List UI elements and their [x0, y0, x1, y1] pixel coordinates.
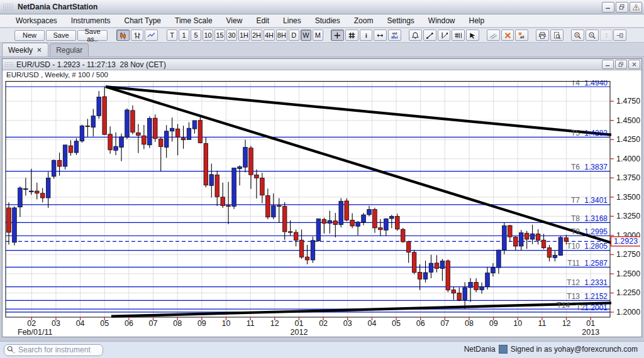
chart-window-title: EUR/USD - 1.2923 - 11:27:13 28 Nov (CET): [16, 60, 166, 69]
svg-text:T8: T8: [571, 214, 580, 223]
save-as--button[interactable]: Save as..: [77, 30, 108, 41]
channel-icon: [454, 31, 462, 40]
svg-text:04: 04: [367, 319, 376, 328]
chart-close-button[interactable]: [628, 60, 640, 69]
svg-text:1.4500: 1.4500: [616, 116, 640, 125]
svg-text:11: 11: [538, 319, 546, 328]
zoom-in-icon: [574, 31, 582, 40]
alert-button[interactable]: [630, 2, 642, 13]
svg-text:07: 07: [149, 319, 158, 328]
svg-text:Feb/01/11: Feb/01/11: [18, 328, 52, 337]
svg-text:T9: T9: [571, 227, 580, 236]
minimize-button[interactable]: [602, 2, 614, 13]
menu-studies[interactable]: Studies: [308, 15, 347, 26]
timeframe-1-button[interactable]: 1: [179, 30, 189, 41]
trendline-button[interactable]: [423, 30, 436, 41]
svg-text:10: 10: [513, 319, 522, 328]
timeframe-2h-button[interactable]: 2H: [251, 30, 262, 41]
svg-text:1.3837: 1.3837: [584, 163, 608, 171]
expand-horizontal-icon: [376, 31, 384, 40]
chart-restore-button[interactable]: [615, 60, 627, 69]
grid-button[interactable]: [345, 30, 358, 41]
svg-text:1.4750: 1.4750: [616, 97, 640, 106]
search-input[interactable]: [4, 344, 103, 356]
menu-chart-type[interactable]: Chart Type: [118, 15, 168, 26]
delete-all-button[interactable]: all: [515, 30, 528, 41]
candlestick-icon: [119, 31, 127, 40]
vertical-line-button[interactable]: [438, 30, 451, 41]
link-windows-button[interactable]: [613, 30, 626, 41]
svg-text:1.4000: 1.4000: [616, 155, 640, 163]
timeframe-15-button[interactable]: 15: [214, 30, 225, 41]
svg-text:05: 05: [100, 319, 109, 328]
svg-text:1.2250: 1.2250: [616, 288, 640, 297]
chart-minimize-button[interactable]: [602, 60, 614, 69]
tab-close-icon[interactable]: [36, 46, 42, 55]
svg-text:T5: T5: [571, 129, 580, 138]
menu-window[interactable]: Window: [421, 15, 462, 26]
svg-text:T14: T14: [557, 301, 570, 310]
tab-regular[interactable]: Regular: [50, 43, 89, 57]
svg-text:1.2331: 1.2331: [584, 278, 608, 287]
expand-horizontal-button[interactable]: [374, 30, 387, 41]
print-button[interactable]: [536, 30, 549, 41]
restore-button[interactable]: [616, 2, 628, 13]
parallel-lines-button[interactable]: [487, 30, 500, 41]
timeframe-w-button[interactable]: W: [301, 30, 311, 41]
line-chart-button[interactable]: [145, 30, 158, 41]
tab-label: Weekly: [8, 46, 33, 55]
timeframe-30-button[interactable]: 30: [226, 30, 237, 41]
delete-button[interactable]: [501, 30, 514, 41]
ohlc-bars-button[interactable]: [131, 30, 144, 41]
statusbar: NetDania Signed in as yohay@forexcrunch.…: [0, 341, 644, 358]
crosshair-button[interactable]: [331, 30, 344, 41]
svg-text:T7: T7: [571, 196, 580, 205]
menu-edit[interactable]: Edit: [249, 15, 276, 26]
svg-text:1.2001: 1.2001: [584, 303, 608, 312]
zoom-in-button[interactable]: [571, 30, 584, 41]
chart-window-icon: [4, 62, 13, 68]
svg-text:T12: T12: [567, 278, 580, 287]
channel-button[interactable]: [452, 30, 465, 41]
timeframe-1h-button[interactable]: 1H: [238, 30, 250, 41]
new-button[interactable]: New: [14, 30, 45, 41]
timeframe-t-button[interactable]: T: [167, 30, 177, 41]
svg-text:all: all: [521, 35, 525, 39]
timeframe-8h-button[interactable]: 8H: [276, 30, 287, 41]
chart-window-titlebar[interactable]: EUR/USD - 1.2923 - 11:27:13 28 Nov (CET): [3, 59, 641, 70]
tab-weekly[interactable]: Weekly: [2, 43, 48, 57]
menu-zoom[interactable]: Zoom: [347, 15, 380, 26]
alarm-button[interactable]: [409, 30, 422, 41]
info-button[interactable]: i: [360, 30, 373, 41]
menu-help[interactable]: Help: [462, 15, 492, 26]
vertical-line-icon: [440, 31, 448, 40]
svg-text:09: 09: [489, 319, 498, 328]
timeframe-4h-button[interactable]: 4H: [264, 30, 275, 41]
timeframe-10-button[interactable]: 10: [203, 30, 213, 41]
timeframe-5-button[interactable]: 5: [191, 30, 201, 41]
print-preview-button[interactable]: [550, 30, 564, 41]
arrow-button[interactable]: [466, 30, 479, 41]
svg-text:06: 06: [125, 319, 133, 328]
timeframe-m-button[interactable]: M: [313, 30, 323, 41]
spinner-button[interactable]: [600, 30, 613, 41]
svg-text:i: i: [365, 32, 367, 39]
menu-instruments[interactable]: Instruments: [64, 15, 118, 26]
menu-time-scale[interactable]: Time Scale: [168, 15, 219, 26]
menu-settings[interactable]: Settings: [380, 15, 421, 26]
trendline-icon: [426, 31, 434, 40]
menu-view[interactable]: View: [219, 15, 250, 26]
save-button[interactable]: Save: [46, 30, 76, 41]
price-chart[interactable]: T41.4940T51.4282T61.3837T71.3401T81.3168…: [3, 80, 640, 337]
brand-label: NetDania: [464, 345, 496, 354]
svg-text:2013: 2013: [582, 328, 599, 337]
arrow-icon: [469, 31, 477, 40]
candlestick-button[interactable]: [116, 30, 130, 41]
menu-lines[interactable]: Lines: [276, 15, 308, 26]
svg-text:1.2500: 1.2500: [616, 269, 640, 278]
menu-workspaces[interactable]: Workspaces: [9, 15, 64, 26]
volume-button[interactable]: vol: [388, 30, 401, 41]
zoom-out-button[interactable]: [586, 30, 599, 41]
timeframe-d-button[interactable]: D: [289, 30, 299, 41]
current-price-box: 1.2923: [611, 237, 641, 246]
